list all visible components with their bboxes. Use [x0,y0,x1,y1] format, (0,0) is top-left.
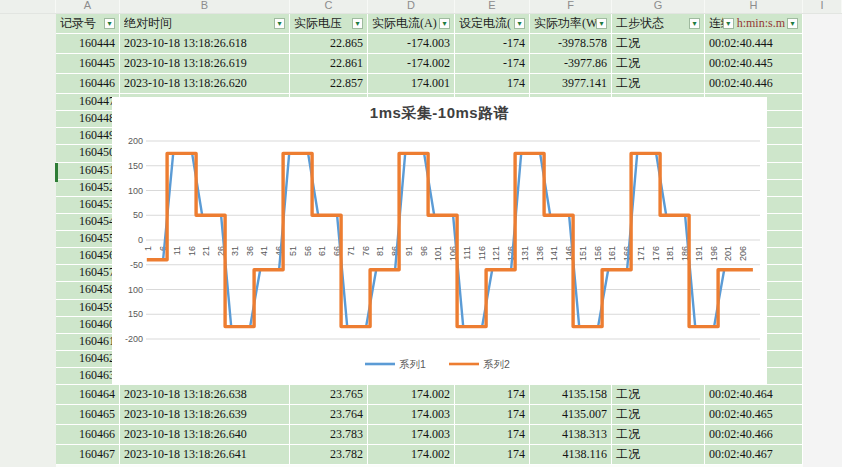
cell[interactable]: 2023-10-18 13:18:26.641 [120,445,290,465]
filter-dropdown-icon[interactable]: ▾ [723,18,734,29]
cell[interactable]: -174 [455,34,530,54]
cell[interactable]: 174.001 [368,74,455,94]
cell[interactable]: 160460 [56,317,120,334]
column-letter-A[interactable]: A [56,0,120,14]
cell[interactable]: 4135.158 [530,385,612,405]
cell[interactable]: 160454 [56,214,120,231]
cell[interactable]: 160450 [56,145,120,162]
cell[interactable]: 23.783 [290,425,368,445]
cell[interactable]: 3977.141 [530,74,612,94]
cell[interactable]: 00:02:40.446 [705,74,803,94]
cell[interactable]: -174.002 [368,54,455,74]
cell[interactable]: 160449 [56,128,120,145]
cell[interactable]: 174.002 [368,445,455,465]
cell[interactable]: 160467 [56,445,120,465]
cell[interactable]: 174.003 [368,405,455,425]
cell[interactable]: 174 [455,425,530,445]
filter-dropdown-icon[interactable]: ▾ [514,18,525,29]
cell[interactable]: 00:02:40.444 [705,34,803,54]
cell[interactable]: 160457 [56,265,120,282]
cell[interactable]: -3978.578 [530,34,612,54]
cell[interactable]: 160465 [56,405,120,425]
column-letter-D[interactable]: D [368,0,455,14]
cell[interactable]: 23.782 [290,445,368,465]
column-letter-G[interactable]: G [612,0,705,14]
cell[interactable]: 工况 [612,425,705,445]
cell[interactable]: 22.865 [290,34,368,54]
cell[interactable]: -174.003 [368,34,455,54]
cell[interactable]: 工况 [612,54,705,74]
cell[interactable]: 4138.313 [530,425,612,445]
column-letter-H[interactable]: H [705,0,803,14]
cell[interactable]: 23.765 [290,385,368,405]
cell[interactable]: 工况 [612,34,705,54]
cell[interactable]: 2023-10-18 13:18:26.619 [120,54,290,74]
cell[interactable]: 00:02:40.465 [705,405,803,425]
cell[interactable]: 4138.116 [530,445,612,465]
cell[interactable]: 160451 [56,163,120,180]
cell[interactable]: 工况 [612,74,705,94]
cell[interactable]: 00:02:40.466 [705,425,803,445]
cell[interactable]: 160447 [56,94,120,111]
cell[interactable]: 174.003 [368,425,455,445]
cell[interactable]: 160456 [56,248,120,265]
cell[interactable]: 2023-10-18 13:18:26.620 [120,74,290,94]
cell[interactable]: 160461 [56,334,120,351]
filter-dropdown-icon[interactable]: ▾ [439,18,450,29]
column-header-3[interactable]: 实际电压▾ [290,14,368,34]
cell[interactable]: 160462 [56,351,120,368]
cell[interactable]: 174 [455,385,530,405]
cell[interactable]: -174 [455,54,530,74]
cell[interactable]: 160453 [56,197,120,214]
cell[interactable]: 4135.007 [530,405,612,425]
column-letter-I[interactable]: I [803,0,842,14]
column-header-6[interactable]: 实际功率(W▾ [530,14,612,34]
column-header-7[interactable]: 工步状态▾ [612,14,705,34]
column-header-1[interactable]: 记录号▾ [56,14,120,34]
cell[interactable]: 160463 [56,368,120,385]
filter-dropdown-icon[interactable]: ▾ [274,18,285,29]
embedded-chart[interactable]: 1ms采集-10ms路谱 200150100500-50100150-20016… [112,97,767,385]
cell[interactable]: 工况 [612,405,705,425]
cell[interactable]: 174 [455,74,530,94]
cell[interactable]: 2023-10-18 13:18:26.639 [120,405,290,425]
cell[interactable]: 174.002 [368,385,455,405]
cell[interactable]: 160445 [56,54,120,74]
cell[interactable]: 23.764 [290,405,368,425]
column-header-4[interactable]: 实际电流(A)▾ [368,14,455,34]
column-letter-F[interactable]: F [530,0,612,14]
column-letter-B[interactable]: B [120,0,290,14]
column-letter-C[interactable]: C [290,0,368,14]
cell[interactable]: 160452 [56,180,120,197]
cell[interactable]: 160458 [56,282,120,299]
cell[interactable]: 160464 [56,385,120,405]
filter-dropdown-icon[interactable]: ▾ [689,18,700,29]
cell[interactable]: 160466 [56,425,120,445]
column-header-8[interactable]: 连续时间▾h:min:s.m▾ [705,14,803,34]
cell[interactable]: 160446 [56,74,120,94]
filter-dropdown-icon[interactable]: ▾ [787,18,798,29]
cell[interactable]: 160459 [56,300,120,317]
column-header-5[interactable]: 设定电流(▾ [455,14,530,34]
cell[interactable]: 2023-10-18 13:18:26.618 [120,34,290,54]
cell[interactable]: 00:02:40.467 [705,445,803,465]
cell[interactable]: 工况 [612,445,705,465]
cell[interactable]: 160455 [56,231,120,248]
cell[interactable]: 2023-10-18 13:18:26.640 [120,425,290,445]
cell[interactable]: 174 [455,445,530,465]
cell[interactable]: 00:02:40.445 [705,54,803,74]
cell[interactable]: 00:02:40.464 [705,385,803,405]
filter-dropdown-icon[interactable]: ▾ [104,18,115,29]
cell[interactable]: 160448 [56,111,120,128]
filter-dropdown-icon[interactable]: ▾ [352,18,363,29]
column-header-2[interactable]: 绝对时间▾ [120,14,290,34]
cell[interactable]: 22.861 [290,54,368,74]
cell[interactable]: 160444 [56,34,120,54]
cell[interactable]: 工况 [612,385,705,405]
filter-dropdown-icon[interactable]: ▾ [596,18,607,29]
cell[interactable]: -3977.86 [530,54,612,74]
cell[interactable]: 174 [455,405,530,425]
cell[interactable]: 2023-10-18 13:18:26.638 [120,385,290,405]
cell[interactable]: 22.857 [290,74,368,94]
column-letter-E[interactable]: E [455,0,530,14]
